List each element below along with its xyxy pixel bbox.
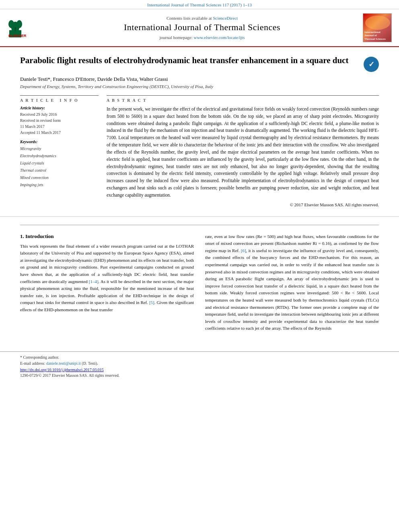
keyword-6: Impinging jets: [20, 181, 99, 189]
journal-center: Contents lists available at ScienceDirec…: [41, 16, 363, 40]
crossmark-icon: ✓: [364, 57, 379, 72]
keywords-label: Keywords:: [20, 140, 99, 144]
svg-point-3: [16, 20, 22, 28]
journal-thumbnail: International Journal ofThermal Sciences: [363, 13, 392, 42]
elsevier-logo: ELSEVIER: [7, 16, 41, 40]
abstract-column: A B S T R A C T In the present work, we …: [107, 95, 379, 208]
corresponding-author-note: * Corresponding author. E-mail address: …: [20, 354, 379, 366]
journal-citation-text: International Journal of Thermal Science…: [147, 2, 252, 7]
abstract-heading: A B S T R A C T: [107, 98, 379, 103]
section1-title: 1. Introduction: [20, 233, 194, 240]
crossmark-badge[interactable]: ✓: [364, 57, 379, 72]
body-left-col: 1. Introduction This work represents the…: [20, 233, 194, 335]
body-left-text: This work represents the final element o…: [20, 243, 194, 314]
page-footer: * Corresponding author. E-mail address: …: [0, 351, 399, 380]
keyword-2: Electrohydrodynamics: [20, 152, 99, 160]
copyright: © 2017 Elsevier Masson SAS. All rights r…: [107, 201, 379, 208]
ref-5[interactable]: [5]: [149, 300, 154, 305]
body-right-col: rate, even at low flow rates (Re = 500) …: [205, 233, 379, 335]
keyword-1: Microgravity: [20, 145, 99, 152]
svg-rect-4: [15, 27, 16, 31]
journal-header: ELSEVIER Contents lists available at Sci…: [0, 9, 399, 47]
contents-availability: Contents lists available at ScienceDirec…: [41, 16, 363, 21]
sciencedirect-link[interactable]: ScienceDirect: [213, 16, 238, 21]
journal-title: International Journal of Thermal Science…: [41, 22, 363, 33]
article-info-column: A R T I C L E I N F O Article history: R…: [20, 95, 99, 208]
ref-6[interactable]: [6]: [241, 248, 246, 253]
journal-homepage-link[interactable]: www.elsevier.com/locate/ijts: [193, 35, 245, 40]
article-received: Received 29 July 2016 Received in revise…: [20, 111, 99, 136]
article-info-abstract: A R T I C L E I N F O Article history: R…: [20, 95, 379, 208]
keyword-5: Mixed convection: [20, 174, 99, 181]
affiliation: Department of Energy, Systems, Territory…: [20, 84, 379, 89]
article-history-label: Article history:: [20, 106, 99, 110]
authors: Daniele Testi*, Francesco D'Ettorre, Dav…: [20, 76, 379, 82]
body-content: 1. Introduction This work represents the…: [0, 233, 399, 347]
keyword-3: Liquid crystals: [20, 160, 99, 167]
svg-point-2: [8, 20, 14, 28]
article-title: Parabolic flight results of electrohydro…: [20, 55, 364, 66]
journal-citation-bar: International Journal of Thermal Science…: [0, 0, 399, 9]
section-divider: [20, 225, 379, 225]
article-info-heading: A R T I C L E I N F O: [20, 98, 99, 103]
body-two-col: 1. Introduction This work represents the…: [20, 233, 379, 335]
author-email-link[interactable]: daniele.testi@unipi.it: [46, 361, 81, 366]
svg-text:ELSEVIER: ELSEVIER: [8, 34, 27, 38]
ref-1-4[interactable]: [1–4]: [89, 279, 99, 284]
journal-homepage: journal homepage: www.elsevier.com/locat…: [41, 35, 363, 40]
keyword-4: Thermal control: [20, 167, 99, 174]
article-title-section: Parabolic flight results of electrohydro…: [20, 55, 379, 72]
keywords-list: Microgravity Electrohydrodynamics Liquid…: [20, 145, 99, 189]
footer-issn: 1290-0729/© 2017 Elsevier Masson SAS. Al…: [20, 373, 379, 378]
body-right-text: rate, even at low flow rates (Re = 500) …: [205, 233, 379, 332]
article-header: Parabolic flight results of electrohydro…: [0, 47, 399, 217]
abstract-text: In the present work, we investigate the …: [107, 106, 379, 208]
journal-thumb-text: International Journal ofThermal Sciences: [364, 31, 390, 41]
doi-link[interactable]: http://dx.doi.org/10.1016/j.ijthermalsci…: [20, 368, 379, 372]
